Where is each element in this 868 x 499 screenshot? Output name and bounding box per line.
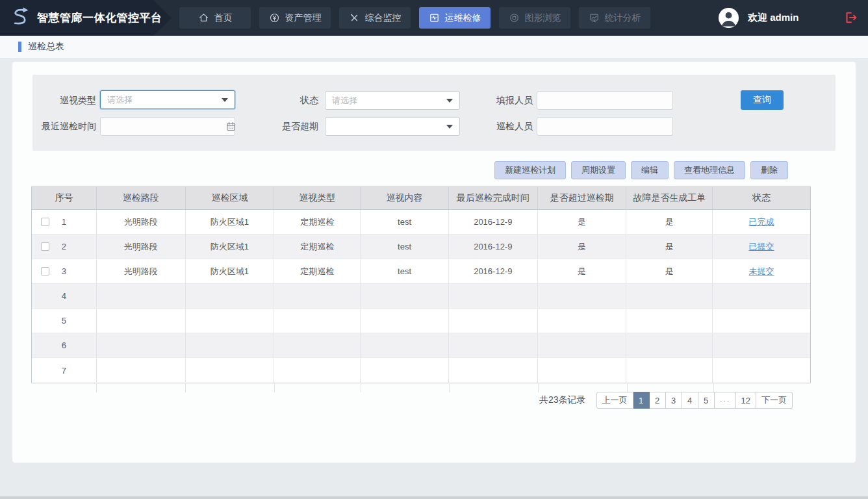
record-count: 共23条记录 bbox=[539, 394, 586, 406]
status-link[interactable]: 已完成 bbox=[749, 216, 774, 228]
row-checkbox[interactable] bbox=[41, 242, 49, 251]
breadcrumb-accent-bar bbox=[18, 42, 21, 52]
cell-status bbox=[713, 358, 810, 383]
yen-circle-icon bbox=[269, 12, 280, 23]
logo-s-arrow-icon bbox=[10, 6, 31, 30]
table-body: 1光明路段防火区域1定期巡检test2016-12-9是是已完成2光明路段防火区… bbox=[32, 210, 810, 383]
nav-item-label: 统计分析 bbox=[605, 12, 641, 24]
nav-item-assets[interactable]: 资产管理 bbox=[259, 7, 331, 29]
status-placeholder: 请选择 bbox=[332, 95, 446, 107]
page-button-4[interactable]: 4 bbox=[682, 392, 698, 409]
cell-time bbox=[449, 284, 538, 308]
status-select[interactable]: 请选择 bbox=[325, 91, 460, 110]
home-icon bbox=[198, 12, 209, 23]
nav-item-graphics[interactable]: 图形浏览 bbox=[499, 7, 570, 29]
column-divider bbox=[449, 382, 450, 392]
cell-type bbox=[274, 358, 361, 383]
row-checkbox[interactable] bbox=[41, 218, 49, 226]
row-number: 3 bbox=[62, 266, 66, 276]
page-button-1[interactable]: 1 bbox=[633, 392, 650, 409]
nav-item-home[interactable]: 首页 bbox=[179, 7, 251, 29]
cell-area: 防火区域1 bbox=[186, 259, 275, 283]
prev-page-button[interactable]: 上一页 bbox=[596, 392, 633, 409]
filter-label-overdue: 是否超期 bbox=[273, 117, 318, 136]
nav-item-maintenance[interactable]: 运维检修 bbox=[419, 7, 491, 29]
row-index-cell: 1 bbox=[32, 210, 97, 234]
table-row: 3光明路段防火区域1定期巡检test2016-12-9是是未提交 bbox=[32, 259, 810, 284]
chart-board-icon bbox=[589, 12, 600, 23]
column-divider bbox=[361, 382, 361, 392]
row-index-cell: 2 bbox=[32, 235, 97, 259]
page-button-3[interactable]: 3 bbox=[666, 392, 682, 409]
nav-item-statistics[interactable]: 统计分析 bbox=[579, 7, 650, 29]
cell-status bbox=[713, 284, 810, 308]
cell-content bbox=[361, 333, 449, 357]
cell-area bbox=[186, 358, 275, 383]
column-header-1: 巡检路段 bbox=[97, 187, 186, 209]
cell-time bbox=[449, 333, 538, 357]
row-index-cell: 5 bbox=[32, 309, 97, 333]
next-page-button[interactable]: 下一页 bbox=[756, 392, 793, 409]
cell-type bbox=[274, 333, 361, 357]
nav-item-label: 综合监控 bbox=[365, 12, 402, 24]
calendar-icon[interactable] bbox=[225, 121, 236, 132]
row-number: 5 bbox=[62, 316, 66, 326]
action-button-1[interactable]: 周期设置 bbox=[571, 161, 626, 179]
cell-area bbox=[186, 333, 275, 357]
row-number: 2 bbox=[62, 242, 66, 251]
action-button-3[interactable]: 查看地理信息 bbox=[674, 161, 745, 179]
nav-item-monitoring[interactable]: 综合监控 bbox=[339, 7, 411, 29]
column-header-8: 状态 bbox=[713, 187, 810, 209]
patrol-type-select[interactable]: 请选择 bbox=[100, 90, 235, 109]
page-button-2[interactable]: 2 bbox=[650, 392, 666, 409]
last-inspection-time-input[interactable] bbox=[101, 118, 225, 135]
cell-workorder: 是 bbox=[626, 210, 713, 234]
row-index-cell: 4 bbox=[32, 284, 97, 308]
table-row: 4 bbox=[32, 284, 810, 309]
page-button-12[interactable]: 12 bbox=[736, 392, 756, 409]
action-button-4[interactable]: 删除 bbox=[750, 161, 788, 179]
table-header-row: 序号巡检路段巡检区域巡视类型巡视内容最后巡检完成时间是否超过巡检期故障是否生成工… bbox=[32, 187, 810, 210]
column-header-6: 是否超过巡检期 bbox=[538, 187, 627, 209]
row-index-cell: 3 bbox=[32, 259, 97, 283]
pagination: 共23条记录 上一页12345···12下一页 bbox=[539, 391, 793, 409]
cell-overdue bbox=[538, 358, 627, 383]
page-buttons: 上一页12345···12下一页 bbox=[596, 392, 793, 409]
status-cell: 未提交 bbox=[713, 259, 810, 283]
cell-content bbox=[361, 358, 449, 383]
status-cell: 已完成 bbox=[713, 210, 810, 234]
action-button-0[interactable]: 新建巡检计划 bbox=[494, 161, 566, 179]
filter-label-last-time: 最近巡检时间 bbox=[32, 117, 96, 136]
tools-icon bbox=[349, 12, 360, 23]
main-nav: 首页资产管理综合监控运维检修图形浏览统计分析 bbox=[179, 7, 650, 29]
cell-content: test bbox=[361, 210, 449, 234]
search-button[interactable]: 查询 bbox=[741, 90, 784, 110]
status-link[interactable]: 未提交 bbox=[749, 266, 774, 277]
action-button-2[interactable]: 编辑 bbox=[631, 161, 669, 179]
cell-type: 定期巡检 bbox=[274, 210, 361, 234]
cell-workorder bbox=[626, 284, 713, 308]
row-checkbox[interactable] bbox=[41, 267, 49, 275]
filter-label-inspector: 巡检人员 bbox=[481, 117, 533, 136]
page-title: 巡检总表 bbox=[28, 41, 64, 53]
cell-type: 定期巡检 bbox=[274, 259, 361, 283]
table-row: 5 bbox=[32, 309, 810, 333]
app-logo: 智慧管廊一体化管控平台 bbox=[0, 0, 174, 36]
status-link[interactable]: 已提交 bbox=[749, 241, 774, 253]
waveform-monitor-icon bbox=[429, 12, 440, 23]
table-row: 7 bbox=[32, 358, 810, 383]
cell-section bbox=[97, 358, 186, 383]
inspector-input[interactable] bbox=[537, 117, 673, 136]
logout-icon[interactable] bbox=[843, 10, 858, 27]
reporter-input[interactable] bbox=[537, 91, 673, 110]
cell-content bbox=[361, 309, 449, 333]
content-card: 巡视类型 请选择 状态 请选择 填报人员 最近巡检时间 bbox=[12, 62, 856, 463]
user-avatar-icon[interactable] bbox=[719, 8, 739, 28]
overdue-select[interactable] bbox=[325, 117, 460, 136]
page-button-5[interactable]: 5 bbox=[698, 392, 715, 409]
screen: 智慧管廊一体化管控平台 首页资产管理综合监控运维检修图形浏览统计分析 欢迎 ad… bbox=[0, 0, 868, 499]
cell-type: 定期巡检 bbox=[274, 235, 361, 259]
filter-panel: 巡视类型 请选择 状态 请选择 填报人员 最近巡检时间 bbox=[32, 75, 836, 151]
cell-time bbox=[449, 309, 538, 333]
cell-content: test bbox=[361, 259, 449, 283]
